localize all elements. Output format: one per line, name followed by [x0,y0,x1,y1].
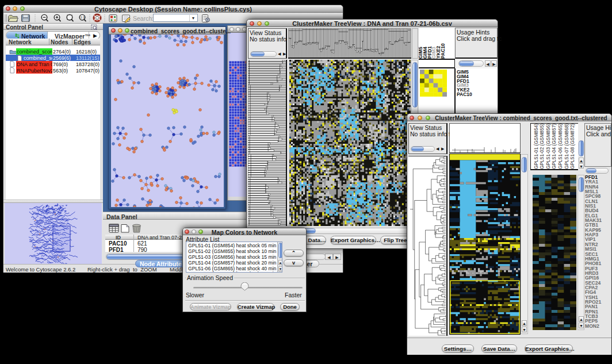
svg-text:GPL51-01 (GSM854): GPL51-01 (GSM854) [533,124,539,169]
svg-text:PAC10: PAC10 [440,43,446,59]
svg-text:1:1: 1:1 [81,16,85,19]
svg-text:GPL51-02 (GSM855): GPL51-02 (GSM855) [539,124,545,169]
svg-text:GPL51-06 (GSM865): GPL51-06 (GSM865) [557,124,563,169]
svg-text:GPL51-08 (GSM872): GPL51-08 (GSM872) [569,124,575,169]
svg-text:GPL51-03 (GSM856): GPL51-03 (GSM856) [545,124,551,169]
svg-text:GPL51-07 (GSM868): GPL51-07 (GSM868) [564,124,569,169]
svg-text:GPL51-04 (GSM857): GPL51-04 (GSM857) [551,124,557,169]
